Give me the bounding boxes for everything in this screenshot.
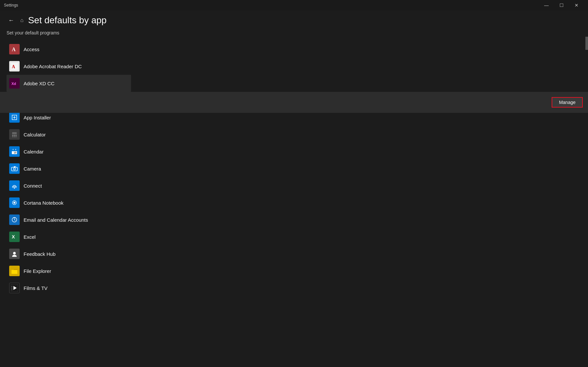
app-item-films[interactable]: Films & TV [7, 279, 131, 296]
app-name-camera: Camera [24, 166, 41, 172]
app-icon-calendar: 15 [9, 146, 20, 157]
app-item-adobe-acrobat[interactable]: AAdobe Acrobat Reader DC [7, 58, 131, 75]
app-name-app-installer: App Installer [24, 115, 51, 120]
titlebar-controls: — ☐ ✕ [539, 0, 584, 10]
titlebar: Settings — ☐ ✕ [0, 0, 588, 10]
svg-text:A: A [12, 47, 16, 52]
app-name-calendar: Calendar [24, 149, 44, 154]
svg-rect-20 [14, 136, 15, 137]
maximize-button[interactable]: ☐ [554, 0, 569, 10]
app-item-access[interactable]: AAccess [7, 41, 131, 58]
svg-rect-18 [15, 135, 17, 136]
titlebar-title: Settings [4, 3, 18, 8]
app-icon-connect [9, 180, 20, 191]
app-item-calculator[interactable]: Calculator [7, 126, 131, 143]
app-icon-adobe-acrobat: A [9, 61, 20, 71]
manage-popup: Manage [0, 92, 588, 113]
header: ← ⌂ Set defaults by app [0, 10, 588, 30]
app-item-email[interactable]: Email and Calendar Accounts [7, 211, 131, 228]
svg-rect-47 [11, 270, 17, 274]
app-list: AAccessAAdobe Acrobat Reader DCXdAdobe X… [7, 41, 131, 296]
app-name-access: Access [24, 47, 39, 52]
app-icon-email [9, 214, 20, 225]
svg-point-33 [14, 187, 15, 189]
app-name-adobe-xd: Adobe XD CC [24, 81, 54, 86]
app-icon-camera [9, 163, 20, 174]
app-name-connect: Connect [24, 183, 42, 189]
app-name-feedback: Feedback Hub [24, 251, 56, 257]
svg-rect-19 [12, 136, 13, 137]
app-item-feedback[interactable]: Feedback Hub [7, 245, 131, 262]
titlebar-left: Settings [4, 3, 18, 8]
svg-rect-15 [12, 132, 17, 134]
svg-rect-24 [12, 150, 17, 151]
app-item-calendar[interactable]: 15Calendar [7, 143, 131, 160]
svg-rect-16 [12, 135, 13, 136]
section-title: Set your default programs [7, 30, 581, 35]
app-item-camera[interactable]: Camera [7, 160, 131, 177]
app-icon-cortana [9, 197, 20, 208]
content-area: Set your default programs AAccessAAdobe … [0, 30, 588, 360]
app-item-cortana[interactable]: Cortana Notebook [7, 194, 131, 211]
svg-rect-51 [11, 288, 12, 289]
app-icon-calculator [9, 129, 20, 140]
app-icon-app-installer [9, 112, 20, 123]
svg-text:X: X [12, 234, 15, 239]
app-name-cortana: Cortana Notebook [24, 200, 64, 206]
manage-button[interactable]: Manage [552, 97, 583, 108]
svg-rect-52 [11, 289, 12, 290]
manage-button-wrapper: Manage [0, 94, 588, 110]
app-icon-access: A [9, 44, 20, 54]
app-icon-excel: X [9, 232, 20, 242]
app-icon-adobe-xd: Xd [9, 78, 20, 89]
back-button[interactable]: ← [7, 16, 16, 25]
svg-text:Xd: Xd [11, 82, 16, 86]
app-name-excel: Excel [24, 234, 36, 240]
svg-rect-17 [14, 135, 15, 136]
home-icon: ⌂ [20, 17, 24, 23]
close-button[interactable]: ✕ [569, 0, 584, 10]
app-name-films: Films & TV [24, 285, 47, 291]
app-name-email: Email and Calendar Accounts [24, 217, 88, 223]
app-name-adobe-acrobat: Adobe Acrobat Reader DC [24, 64, 82, 69]
main-content: ← ⌂ Set defaults by app Set your default… [0, 10, 588, 367]
app-item-excel[interactable]: XExcel [7, 228, 131, 245]
svg-text:A: A [12, 64, 15, 69]
app-icon-file-explorer [9, 266, 20, 276]
svg-point-36 [13, 202, 15, 204]
page-title: Set defaults by app [28, 15, 107, 26]
app-item-adobe-xd[interactable]: XdAdobe XD CC [7, 75, 131, 92]
app-icon-feedback [9, 249, 20, 259]
app-name-calculator: Calculator [24, 132, 46, 137]
app-item-file-explorer[interactable]: File Explorer [7, 262, 131, 279]
scrollbar-thumb[interactable] [585, 37, 588, 50]
scrollbar-track[interactable] [585, 10, 588, 367]
app-icon-films [9, 283, 20, 293]
app-item-connect[interactable]: Connect [7, 177, 131, 194]
app-name-file-explorer: File Explorer [24, 268, 51, 274]
svg-point-45 [13, 252, 16, 255]
minimize-button[interactable]: — [539, 0, 554, 10]
svg-rect-21 [15, 136, 17, 137]
svg-rect-50 [11, 286, 12, 287]
svg-text:15: 15 [14, 152, 16, 154]
